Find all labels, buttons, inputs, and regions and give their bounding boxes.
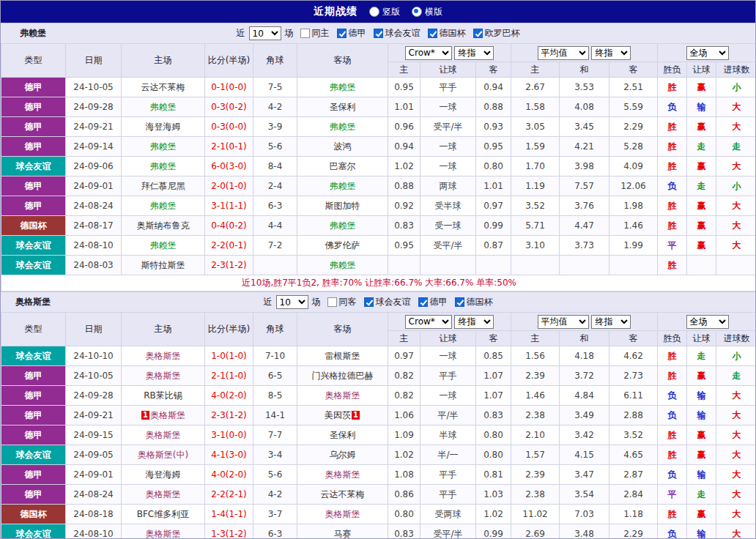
score-cell: 1-0(1-0) (205, 346, 253, 366)
avg-draw-cell: 7.57 (560, 176, 609, 196)
filter-同客[interactable]: 同客 (327, 296, 357, 308)
col-header-goals: 进球数 (716, 331, 756, 346)
filter-球会友谊[interactable]: 球会友谊 (364, 296, 411, 308)
radio-icon[interactable] (369, 7, 379, 17)
radio-vertical-layout[interactable]: 竖版 (369, 6, 400, 18)
filter-label: 球会友谊 (376, 296, 411, 308)
filter-德国杯[interactable]: 德国杯 (455, 296, 493, 308)
odds-select-cell: Crow* 终指 (388, 44, 511, 62)
goals-result-cell: 大 (716, 117, 756, 137)
date-cell: 24-08-24 (66, 485, 122, 505)
avg-draw-cell: 3.47 (560, 465, 609, 485)
handicap-result-cell: 赢 (687, 216, 716, 236)
odds-away-cell: 1.03 (476, 485, 511, 505)
odds-line-cell: 受半球 (420, 196, 476, 216)
odds-stage-select[interactable]: 终指 (454, 315, 494, 329)
home-team-cell: 奥格斯堡 (122, 346, 205, 366)
team-name: 弗赖堡 (150, 201, 177, 211)
checkbox-checked-icon[interactable] (374, 29, 383, 38)
avg-draw-cell: 4.47 (560, 216, 609, 236)
odds-line-cell: 受平/半 (420, 117, 476, 137)
col-header-type: 类型 (1, 313, 66, 346)
odds-home-cell: 1.09 (388, 425, 420, 445)
handicap-result-cell: 输 (687, 406, 716, 425)
radio-icon[interactable] (412, 7, 422, 17)
col-header-handicap: 让球 (687, 331, 716, 346)
odds-line-cell: 平手 (420, 366, 476, 386)
score-cell: 1-4(1-1) (205, 505, 253, 524)
away-team-cell: 雷根斯堡 (297, 346, 388, 366)
match-filter-controls: 近 10 场 同主德甲球会友谊德国杯欧罗巴杯 (65, 26, 691, 40)
avg-draw-cell: 4.08 (560, 97, 609, 117)
checkbox-checked-icon[interactable] (337, 29, 346, 38)
match-count-select[interactable]: 10 (276, 295, 308, 309)
corner-cell: 8-5 (253, 386, 297, 406)
checkbox-checked-icon[interactable] (455, 297, 464, 307)
team-name: 奥格斯堡 (146, 430, 181, 440)
league-cell: 德甲 (1, 117, 66, 137)
score-cell: 3-1(1-1) (205, 196, 253, 216)
avg-home-cell: 2.10 (511, 425, 560, 445)
filter-label: 德甲 (349, 27, 366, 40)
goals-result-cell: 大 (716, 97, 756, 117)
home-team-cell: 弗赖堡 (122, 236, 205, 256)
handicap-result-cell: 赢 (687, 445, 716, 465)
team-name: 海登海姆 (146, 122, 181, 132)
filter-德甲[interactable]: 德甲 (418, 296, 448, 308)
filter-label: 同客 (339, 296, 357, 308)
checkbox-unchecked-icon[interactable] (327, 297, 337, 307)
red-card-icon: 1 (141, 411, 149, 420)
avg-draw-cell: 3.42 (560, 425, 609, 445)
checkbox-checked-icon[interactable] (428, 29, 437, 38)
goals-result-cell: 大 (716, 157, 756, 176)
result-cell: 胜 (658, 445, 687, 465)
away-team-cell: 门兴格拉德巴赫 (297, 366, 388, 386)
filter-同主[interactable]: 同主 (300, 27, 330, 40)
avg-stage-select[interactable]: 终指 (591, 315, 631, 329)
avg-home-cell: 1.56 (511, 346, 560, 366)
goals-result-cell: 小 (716, 346, 756, 366)
match-row: 德甲24-09-01海登海姆4-0(2-0)5-6奥格斯堡1.08平手0.812… (1, 465, 756, 485)
odds-stage-select[interactable]: 终指 (454, 46, 494, 60)
league-cell: 德甲 (1, 97, 66, 117)
checkbox-unchecked-icon[interactable] (300, 29, 310, 38)
away-team-cell: 佛罗伦萨 (297, 236, 388, 256)
avg-home-cell: 2.67 (511, 78, 560, 97)
radio-horizontal-layout[interactable]: 横版 (412, 6, 442, 18)
avg-source-select[interactable]: 平均值 (538, 46, 589, 60)
col-header-corner: 角球 (253, 44, 297, 78)
odds-line-cell: 平手 (420, 485, 476, 505)
avg-source-select[interactable]: 平均值 (538, 315, 589, 329)
corner-cell: 7-7 (253, 425, 297, 445)
scope-select[interactable]: 全场 (686, 46, 729, 60)
result-cell: 胜 (658, 216, 687, 236)
result-cell: 负 (658, 97, 687, 117)
avg-draw-cell: 3.73 (560, 236, 609, 256)
filter-德国杯[interactable]: 德国杯 (428, 27, 466, 40)
match-count-select[interactable]: 10 (249, 26, 281, 40)
odds-line-cell: 一球 (420, 97, 476, 117)
date-cell: 24-08-03 (66, 256, 122, 275)
odds-home-cell: 0.83 (388, 524, 420, 539)
col-header-date: 日期 (66, 313, 122, 346)
filter-球会友谊[interactable]: 球会友谊 (374, 27, 420, 40)
checkbox-checked-icon[interactable] (473, 29, 483, 38)
scope-select[interactable]: 全场 (686, 315, 729, 329)
result-cell: 胜 (658, 256, 687, 275)
avg-home-cell: 5.71 (511, 216, 560, 236)
games-label: 场 (285, 27, 294, 40)
goals-result-cell: 小 (716, 176, 756, 196)
checkbox-checked-icon[interactable] (418, 297, 428, 307)
filter-德甲[interactable]: 德甲 (337, 27, 366, 40)
checkbox-checked-icon[interactable] (364, 297, 374, 307)
odds-away-cell: 0.99 (476, 524, 511, 539)
odds-away-cell: 0.88 (476, 97, 511, 117)
match-row: 德甲24-09-21海登海姆0-3(0-0)3-9弗赖堡0.96受平/半0.93… (1, 117, 756, 137)
corner-cell: 3-4 (253, 445, 297, 465)
odds-source-select[interactable]: Crow* (405, 315, 452, 329)
avg-stage-select[interactable]: 终指 (591, 46, 631, 60)
filter-label: 欧罗巴杯 (485, 27, 520, 40)
filter-欧罗巴杯[interactable]: 欧罗巴杯 (473, 27, 520, 40)
home-team-cell: 奥格斯堡 (122, 366, 205, 386)
odds-source-select[interactable]: Crow* (405, 46, 452, 60)
